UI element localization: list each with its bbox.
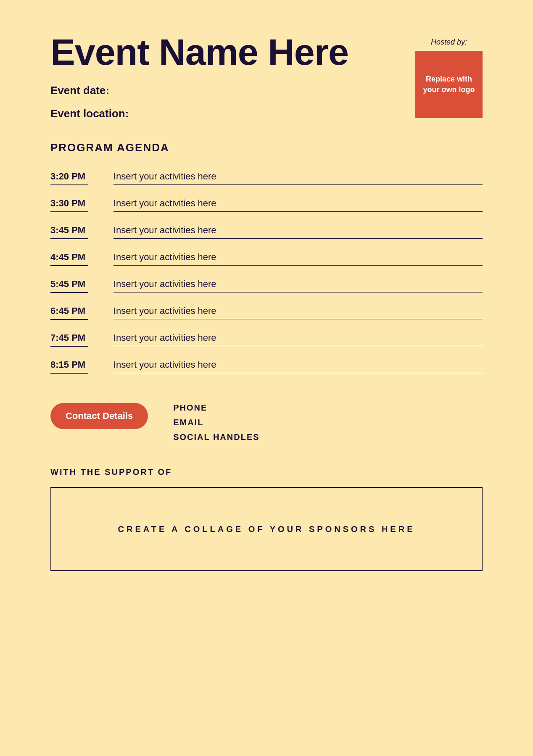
time-col: 3:45 PM — [50, 225, 105, 239]
time-underline — [50, 373, 88, 374]
activity-text: Insert your activities here — [113, 171, 483, 182]
agenda-item: 3:30 PM Insert your activities here — [50, 198, 483, 216]
activity-underline — [113, 238, 483, 239]
agenda-items: 3:20 PM Insert your activities here 3:30… — [50, 171, 483, 378]
time-col: 5:45 PM — [50, 279, 105, 293]
activity-text: Insert your activities here — [113, 279, 483, 290]
contact-info: PHONE EMAIL SOCIAL HANDLES — [173, 403, 259, 442]
time-col: 3:30 PM — [50, 198, 105, 212]
activity-text: Insert your activities here — [113, 198, 483, 209]
activity-col: Insert your activities here — [105, 332, 483, 346]
agenda-item-wrapper: 3:30 PM Insert your activities here — [50, 198, 483, 216]
activity-underline — [113, 346, 483, 346]
activity-text: Insert your activities here — [113, 332, 483, 343]
email-label: EMAIL — [173, 418, 259, 427]
header-left: Event Name Here Event date: Event locati… — [50, 34, 398, 120]
event-title: Event Name Here — [50, 34, 398, 71]
agenda-item-wrapper: 8:15 PM Insert your activities here — [50, 359, 483, 378]
sponsors-placeholder-text: CREATE A COLLAGE OF YOUR SPONSORS HERE — [118, 524, 415, 534]
agenda-item: 7:45 PM Insert your activities here — [50, 332, 483, 351]
hosted-by-text: Hosted by: — [431, 38, 467, 47]
activity-col: Insert your activities here — [105, 171, 483, 185]
activity-col: Insert your activities here — [105, 225, 483, 239]
activity-text: Insert your activities here — [113, 359, 483, 370]
agenda-item: 6:45 PM Insert your activities here — [50, 306, 483, 324]
time-underline — [50, 211, 88, 212]
time-underline — [50, 346, 88, 347]
activity-text: Insert your activities here — [113, 252, 483, 263]
sponsors-box[interactable]: CREATE A COLLAGE OF YOUR SPONSORS HERE — [50, 487, 483, 571]
header-area: Event Name Here Event date: Event locati… — [50, 34, 483, 120]
activity-underline — [113, 265, 483, 266]
time-text: 7:45 PM — [50, 332, 105, 343]
agenda-item: 3:45 PM Insert your activities here — [50, 225, 483, 243]
activity-col: Insert your activities here — [105, 198, 483, 212]
header-right: Hosted by: Replace with your own logo — [415, 38, 483, 118]
agenda-item: 4:45 PM Insert your activities here — [50, 252, 483, 270]
agenda-title: PROGRAM AGENDA — [50, 141, 483, 154]
activity-underline — [113, 319, 483, 319]
phone-label: PHONE — [173, 403, 259, 413]
sponsors-section: WITH THE SUPPORT OF CREATE A COLLAGE OF … — [50, 467, 483, 571]
time-underline — [50, 238, 88, 239]
agenda-item-wrapper: 6:45 PM Insert your activities here — [50, 306, 483, 324]
activity-underline — [113, 373, 483, 373]
activity-col: Insert your activities here — [105, 279, 483, 292]
time-col: 6:45 PM — [50, 306, 105, 320]
agenda-item: 5:45 PM Insert your activities here — [50, 279, 483, 297]
time-text: 3:30 PM — [50, 198, 105, 209]
time-text: 3:45 PM — [50, 225, 105, 236]
contact-details-button[interactable]: Contact Details — [50, 403, 148, 429]
time-col: 3:20 PM — [50, 171, 105, 185]
agenda-item: 8:15 PM Insert your activities here — [50, 359, 483, 378]
time-text: 6:45 PM — [50, 306, 105, 316]
time-text: 3:20 PM — [50, 171, 105, 182]
time-col: 8:15 PM — [50, 359, 105, 374]
activity-text: Insert your activities here — [113, 306, 483, 316]
activity-underline — [113, 292, 483, 292]
time-text: 5:45 PM — [50, 279, 105, 290]
time-text: 8:15 PM — [50, 359, 105, 370]
time-col: 4:45 PM — [50, 252, 105, 266]
activity-col: Insert your activities here — [105, 359, 483, 373]
social-label: SOCIAL HANDLES — [173, 432, 259, 442]
contact-section: Contact Details PHONE EMAIL SOCIAL HANDL… — [50, 403, 483, 442]
agenda-item-wrapper: 7:45 PM Insert your activities here — [50, 332, 483, 351]
logo-placeholder[interactable]: Replace with your own logo — [415, 51, 483, 118]
sponsors-title: WITH THE SUPPORT OF — [50, 467, 483, 477]
activity-col: Insert your activities here — [105, 306, 483, 319]
time-col: 7:45 PM — [50, 332, 105, 347]
activity-underline — [113, 211, 483, 212]
event-date-label: Event date: — [50, 84, 398, 97]
agenda-item: 3:20 PM Insert your activities here — [50, 171, 483, 190]
time-underline — [50, 292, 88, 293]
time-underline — [50, 265, 88, 266]
agenda-item-wrapper: 3:45 PM Insert your activities here — [50, 225, 483, 243]
time-underline — [50, 319, 88, 320]
activity-underline — [113, 184, 483, 185]
agenda-item-wrapper: 4:45 PM Insert your activities here — [50, 252, 483, 270]
agenda-item-wrapper: 3:20 PM Insert your activities here — [50, 171, 483, 190]
time-underline — [50, 184, 88, 185]
activity-text: Insert your activities here — [113, 225, 483, 236]
agenda-section: PROGRAM AGENDA 3:20 PM Insert your activ… — [50, 141, 483, 378]
event-location-label: Event location: — [50, 107, 398, 120]
time-text: 4:45 PM — [50, 252, 105, 263]
agenda-item-wrapper: 5:45 PM Insert your activities here — [50, 279, 483, 297]
activity-col: Insert your activities here — [105, 252, 483, 266]
